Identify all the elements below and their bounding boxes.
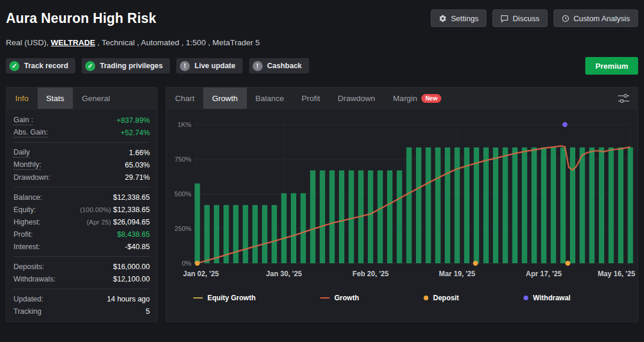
growth-bar[interactable] xyxy=(589,147,595,263)
growth-bar[interactable] xyxy=(435,147,441,263)
x-tick-label: Jan 02, '25 xyxy=(183,270,219,278)
growth-bar[interactable] xyxy=(474,147,479,263)
tab-drawdown[interactable]: Drawdown xyxy=(329,88,384,109)
badge-cashback[interactable]: !Cashback xyxy=(249,58,309,73)
stat-value: -$40.85 xyxy=(125,243,150,251)
growth-bar[interactable] xyxy=(377,170,383,263)
growth-bar[interactable] xyxy=(541,147,546,263)
legend-withdrawal[interactable]: Withdrawal xyxy=(524,294,571,302)
growth-bar[interactable] xyxy=(628,147,633,263)
growth-bar[interactable] xyxy=(502,147,508,263)
deposit-marker[interactable] xyxy=(473,261,478,266)
growth-bar[interactable] xyxy=(348,170,354,263)
growth-bar[interactable] xyxy=(243,205,248,263)
tab-growth[interactable]: Growth xyxy=(203,88,247,109)
growth-bar[interactable] xyxy=(454,147,459,263)
growth-bar[interactable] xyxy=(484,147,489,263)
growth-bar[interactable] xyxy=(599,147,604,263)
legend-label: Withdrawal xyxy=(533,294,571,302)
growth-bar[interactable] xyxy=(551,147,556,263)
stat-label-monthly[interactable]: Monthly: xyxy=(14,160,41,170)
growth-bar[interactable] xyxy=(425,147,431,263)
gear-icon xyxy=(439,15,447,22)
growth-bar[interactable] xyxy=(310,170,316,263)
badge-live-update[interactable]: !Live update xyxy=(176,58,242,73)
growth-bar[interactable] xyxy=(271,205,277,263)
growth-marker-icon xyxy=(320,297,330,299)
growth-bar[interactable] xyxy=(561,147,566,263)
stat-label-abs-gain[interactable]: Abs. Gain: xyxy=(14,128,48,138)
growth-bar[interactable] xyxy=(445,147,450,263)
deposit-marker[interactable] xyxy=(565,261,571,266)
tab-label: Margin xyxy=(393,94,417,103)
discuss-button[interactable]: Discuss xyxy=(492,9,548,27)
growth-bar[interactable] xyxy=(320,170,325,263)
growth-bar[interactable] xyxy=(579,147,585,263)
growth-bar[interactable] xyxy=(493,147,498,263)
settings-button[interactable]: Settings xyxy=(431,9,487,27)
verification-badges: ✓Track record✓Trading privileges!Live up… xyxy=(6,58,309,73)
growth-bar[interactable] xyxy=(291,193,296,263)
stat-row: Drawdown:29.71% xyxy=(14,171,150,183)
stat-row: Balance:$12,338.65 xyxy=(14,191,150,203)
growth-bar[interactable] xyxy=(204,205,210,263)
deposit-marker[interactable] xyxy=(195,261,200,266)
premium-button[interactable]: Premium xyxy=(585,57,638,75)
tab-margin[interactable]: MarginNew xyxy=(384,88,451,109)
growth-chart[interactable]: 0%250%500%750%1K%Jan 02, '25Jan 30, '25F… xyxy=(166,109,638,286)
badge-row: ✓Track record✓Trading privileges!Live up… xyxy=(6,57,638,75)
stat-value: $16,000.00 xyxy=(113,263,150,271)
growth-bar[interactable] xyxy=(233,205,239,263)
tab-balance[interactable]: Balance xyxy=(247,88,293,109)
growth-bar[interactable] xyxy=(522,147,527,263)
growth-bar[interactable] xyxy=(570,147,575,263)
stat-label-equity: Equity: xyxy=(14,206,36,214)
badge-trading-privileges[interactable]: ✓Trading privileges xyxy=(82,58,170,73)
legend-deposit[interactable]: Deposit xyxy=(424,294,459,302)
growth-bar[interactable] xyxy=(214,205,219,263)
growth-bar[interactable] xyxy=(531,147,536,263)
tab-label: Growth xyxy=(212,94,238,103)
growth-bar[interactable] xyxy=(262,205,267,263)
chart-options-icon[interactable] xyxy=(610,88,638,109)
tab-info[interactable]: Info xyxy=(6,88,38,109)
broker-link[interactable]: WELTRADE xyxy=(51,38,96,47)
growth-bar[interactable] xyxy=(416,147,421,263)
growth-bar[interactable] xyxy=(368,170,373,263)
stat-label-daily[interactable]: Daily xyxy=(14,148,30,157)
stat-label-gain[interactable]: Gain : xyxy=(14,116,33,125)
growth-bar[interactable] xyxy=(281,193,287,263)
growth-bar[interactable] xyxy=(194,183,200,263)
growth-bar[interactable] xyxy=(407,147,412,263)
legend-growth[interactable]: Growth xyxy=(320,294,359,302)
tab-general[interactable]: General xyxy=(73,88,119,109)
tab-stats[interactable]: Stats xyxy=(38,88,73,109)
growth-bar[interactable] xyxy=(339,170,344,263)
stat-label-balance: Balance: xyxy=(14,193,42,202)
x-tick-label: Feb 20, '25 xyxy=(353,270,389,278)
x-tick-label: Mar 19, '25 xyxy=(439,270,475,278)
chat-icon xyxy=(501,15,508,22)
stat-label-updated: Updated: xyxy=(14,295,43,303)
growth-bar[interactable] xyxy=(608,147,613,263)
growth-bar[interactable] xyxy=(618,147,623,263)
custom-analysis-button[interactable]: Custom Analysis xyxy=(554,9,638,27)
tab-chart[interactable]: Chart xyxy=(166,88,203,109)
growth-bar[interactable] xyxy=(252,205,257,263)
tab-profit[interactable]: Profit xyxy=(293,88,329,109)
tab-label: Drawdown xyxy=(338,94,375,103)
tab-label: Chart xyxy=(175,94,194,103)
stat-value: 1.66% xyxy=(129,149,150,157)
page-title: Aura Neuron High Risk xyxy=(6,11,156,26)
withdrawal-marker[interactable] xyxy=(562,122,568,127)
growth-bar[interactable] xyxy=(512,147,518,263)
legend-equity-growth[interactable]: Equity Growth xyxy=(193,294,256,302)
growth-bar[interactable] xyxy=(387,170,393,263)
legend-label: Equity Growth xyxy=(207,294,256,302)
stat-value: 65.03% xyxy=(125,161,150,169)
badge-track-record[interactable]: ✓Track record xyxy=(6,58,75,73)
stat-label-profit: Profit: xyxy=(14,230,33,239)
growth-bar[interactable] xyxy=(330,170,335,263)
growth-bar[interactable] xyxy=(300,193,306,263)
growth-bar[interactable] xyxy=(397,170,402,263)
